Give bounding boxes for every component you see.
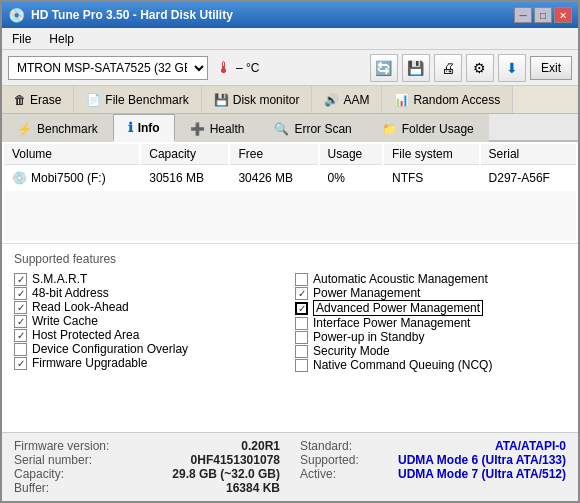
feature-device-config: Device Configuration Overlay [14,342,285,356]
menu-help[interactable]: Help [45,31,78,47]
info-bar: Firmware version: 0.20R1 Serial number: … [2,432,578,501]
tab-folder-usage[interactable]: 📁 Folder Usage [367,114,489,142]
toolbar-icon-1[interactable]: 🔄 [370,54,398,82]
toolbar-icon-5[interactable]: ⬇ [498,54,526,82]
checkbox-powerup-standby [295,331,308,344]
features-section: Supported features ✓ S.M.A.R.T ✓ 48-bit … [2,244,578,432]
exit-button[interactable]: Exit [530,56,572,80]
col-filesystem: File system [384,144,479,165]
feature-powerup-standby: Power-up in Standby [295,330,566,344]
feature-host-protected: ✓ Host Protected Area [14,328,285,342]
menubar: File Help [2,28,578,50]
features-grid: ✓ S.M.A.R.T ✓ 48-bit Address ✓ Read Look… [14,272,566,372]
tab-info[interactable]: ℹ Info [113,114,175,142]
feature-aam: Automatic Acoustic Management [295,272,566,286]
feature-48bit: ✓ 48-bit Address [14,286,285,300]
benchmark-icon: ⚡ [17,122,32,136]
checkbox-iface-power [295,317,308,330]
main-window: 💿 HD Tune Pro 3.50 - Hard Disk Utility ─… [0,0,580,503]
erase-icon: 🗑 [14,93,26,107]
feature-power-mgmt: ✓ Power Management [295,286,566,300]
toolbar-icon-2[interactable]: 💾 [402,54,430,82]
tab-benchmark[interactable]: ⚡ Benchmark [2,114,113,142]
checkbox-security [295,345,308,358]
toolbar-icon-3[interactable]: 🖨 [434,54,462,82]
info-right: Standard: ATA/ATAPI-0 Supported: UDMA Mo… [300,439,566,495]
toolbar-icon-4[interactable]: ⚙ [466,54,494,82]
disk-monitor-icon: 💾 [214,93,229,107]
checkbox-read-lookahead: ✓ [14,301,27,314]
table-row: 💿 Mobi7500 (F:) 30516 MB 30426 MB 0% NTF… [4,167,576,189]
col-volume: Volume [4,144,139,165]
checkbox-smart: ✓ [14,273,27,286]
feature-security: Security Mode [295,344,566,358]
content-area: Volume Capacity Free Usage File system S… [2,142,578,501]
checkbox-host-protected: ✓ [14,329,27,342]
col-capacity: Capacity [141,144,228,165]
temp-value: – °C [236,61,259,75]
tab-disk-monitor[interactable]: 💾 Disk monitor [202,86,313,113]
features-title: Supported features [14,252,566,266]
drive-icon: 💿 [12,171,27,185]
tab-file-benchmark[interactable]: 📄 File Benchmark [74,86,201,113]
drive-table: Volume Capacity Free Usage File system S… [2,142,578,244]
cell-serial: D297-A56F [481,167,576,189]
temp-display: 🌡 – °C [216,59,259,77]
tab-health[interactable]: ➕ Health [175,114,260,142]
col-usage: Usage [320,144,382,165]
window-title: HD Tune Pro 3.50 - Hard Disk Utility [31,8,233,22]
checkbox-ncq [295,359,308,372]
feature-ncq: Native Command Queuing (NCQ) [295,358,566,372]
info-row-firmware: Firmware version: 0.20R1 [14,439,280,453]
tabs-row1: 🗑 Erase 📄 File Benchmark 💾 Disk monitor … [2,86,578,114]
tab-random-access[interactable]: 📊 Random Access [382,86,513,113]
minimize-button[interactable]: ─ [514,7,532,23]
feature-write-cache: ✓ Write Cache [14,314,285,328]
menu-file[interactable]: File [8,31,35,47]
feature-read-lookahead: ✓ Read Look-Ahead [14,300,285,314]
error-scan-icon: 🔍 [274,122,289,136]
info-row-buffer: Buffer: 16384 KB [14,481,280,495]
checkbox-48bit: ✓ [14,287,27,300]
info-row-supported: Supported: UDMA Mode 6 (Ultra ATA/133) [300,453,566,467]
maximize-button[interactable]: □ [534,7,552,23]
cell-usage: 0% [320,167,382,189]
tab-error-scan[interactable]: 🔍 Error Scan [259,114,366,142]
tab-erase[interactable]: 🗑 Erase [2,86,74,113]
col-free: Free [230,144,317,165]
info-row-serial: Serial number: 0HF4151301078 [14,453,280,467]
tab-aam[interactable]: 🔊 AAM [312,86,382,113]
info-row-active: Active: UDMA Mode 7 (Ultra ATA/512) [300,467,566,481]
app-icon: 💿 [8,7,25,23]
checkbox-power-mgmt: ✓ [295,287,308,300]
checkbox-adv-power: ✓ [295,302,308,315]
feature-adv-power: ✓ Advanced Power Management [295,300,566,316]
cell-volume: 💿 Mobi7500 (F:) [4,167,139,189]
random-access-icon: 📊 [394,93,409,107]
table-row-empty [4,191,576,241]
thermometer-icon: 🌡 [216,59,232,77]
feature-iface-power: Interface Power Management [295,316,566,330]
checkbox-firmware: ✓ [14,357,27,370]
cell-filesystem: NTFS [384,167,479,189]
feature-firmware: ✓ Firmware Upgradable [14,356,285,370]
title-bar: 💿 HD Tune Pro 3.50 - Hard Disk Utility ─… [2,2,578,28]
info-row-capacity: Capacity: 29.8 GB (~32.0 GB) [14,467,280,481]
toolbar: MTRON MSP-SATA7525 (32 GB) 🌡 – °C 🔄 💾 🖨 … [2,50,578,86]
checkbox-write-cache: ✓ [14,315,27,328]
feature-smart: ✓ S.M.A.R.T [14,272,285,286]
info-icon: ℹ [128,120,133,135]
tabs-row2: ⚡ Benchmark ℹ Info ➕ Health 🔍 Error Scan… [2,114,578,142]
file-benchmark-icon: 📄 [86,93,101,107]
drive-select[interactable]: MTRON MSP-SATA7525 (32 GB) [8,56,208,80]
folder-usage-icon: 📁 [382,122,397,136]
health-icon: ➕ [190,122,205,136]
close-button[interactable]: ✕ [554,7,572,23]
features-right-col: Automatic Acoustic Management ✓ Power Ma… [295,272,566,372]
info-left: Firmware version: 0.20R1 Serial number: … [14,439,280,495]
cell-capacity: 30516 MB [141,167,228,189]
cell-free: 30426 MB [230,167,317,189]
checkbox-aam [295,273,308,286]
col-serial: Serial [481,144,576,165]
info-row-standard: Standard: ATA/ATAPI-0 [300,439,566,453]
